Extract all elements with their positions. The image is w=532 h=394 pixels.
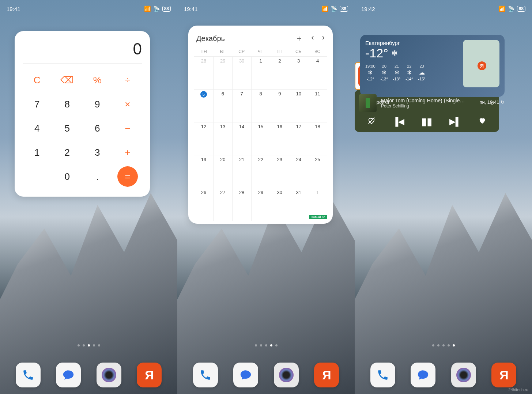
calculator-widget[interactable]: 0 C⌫%÷789×456−123+0.= bbox=[15, 31, 150, 197]
calendar-day-cell[interactable]: 6 bbox=[213, 89, 232, 122]
calc-button-8[interactable]: 8 bbox=[53, 93, 82, 115]
dock-phone-icon[interactable] bbox=[370, 363, 395, 387]
calc-button-.[interactable]: . bbox=[83, 165, 112, 188]
page-indicator[interactable] bbox=[177, 344, 355, 346]
music-previous-button[interactable]: ▐◀ bbox=[393, 117, 405, 126]
calendar-widget[interactable]: Декабрь ＋ ‹ › ПНВТСРЧТПТСБВС 28293012345… bbox=[188, 26, 333, 224]
calendar-day-cell[interactable]: 11 bbox=[308, 89, 327, 122]
page-dot[interactable] bbox=[78, 344, 80, 346]
dock-messages-icon[interactable] bbox=[411, 363, 435, 387]
page-dot[interactable] bbox=[448, 344, 450, 346]
calendar-day-cell[interactable]: 16 bbox=[270, 122, 289, 155]
calc-button-C[interactable]: C bbox=[23, 69, 52, 91]
calendar-day-cell[interactable]: 14 bbox=[232, 122, 251, 155]
calendar-day-cell[interactable]: 1 bbox=[251, 56, 270, 89]
calendar-day-cell[interactable]: 29 bbox=[213, 56, 232, 89]
calendar-day-cell[interactable]: 26 bbox=[194, 188, 213, 221]
weather-refresh-icon[interactable]: ↻ bbox=[501, 99, 505, 105]
dock-camera-icon[interactable] bbox=[451, 363, 476, 387]
calendar-day-cell[interactable]: 21 bbox=[232, 155, 251, 188]
calendar-day-cell[interactable]: 8 bbox=[251, 89, 270, 122]
calc-button-%[interactable]: % bbox=[83, 69, 112, 91]
dock-camera-icon[interactable] bbox=[97, 363, 121, 387]
calendar-next-button[interactable]: › bbox=[322, 33, 325, 44]
calc-button-÷[interactable]: ÷ bbox=[113, 69, 142, 91]
calendar-day-cell[interactable]: 7 bbox=[232, 89, 251, 122]
dock-messages-icon[interactable] bbox=[56, 363, 81, 387]
weather-widget[interactable]: Екатеринбург -12° ❄ 19:00❄-12°20❄-13°21❄… bbox=[360, 35, 505, 97]
dock-phone-icon[interactable] bbox=[16, 363, 41, 387]
calendar-prev-button[interactable]: ‹ bbox=[311, 33, 314, 44]
page-dot[interactable] bbox=[255, 344, 257, 346]
calendar-day-cell[interactable]: 10 bbox=[289, 89, 308, 122]
dock-phone-icon[interactable] bbox=[193, 363, 218, 387]
page-dot[interactable] bbox=[432, 344, 434, 346]
calc-button-4[interactable]: 4 bbox=[23, 117, 52, 140]
page-indicator[interactable] bbox=[0, 344, 177, 346]
calc-button-0[interactable]: 0 bbox=[53, 165, 82, 188]
calendar-day-cell[interactable]: 19 bbox=[194, 155, 213, 188]
calendar-day-cell[interactable]: 1Новый Го bbox=[308, 188, 327, 221]
music-like-button[interactable] bbox=[478, 117, 486, 127]
calendar-day-cell[interactable]: 22 bbox=[251, 155, 270, 188]
calendar-day-cell[interactable]: 12 bbox=[194, 122, 213, 155]
calendar-day-cell[interactable]: 30 bbox=[232, 56, 251, 89]
calendar-day-header: ПТ bbox=[270, 49, 289, 54]
calendar-day-cell[interactable]: 15 bbox=[251, 122, 270, 155]
calendar-day-cell[interactable]: 28 bbox=[194, 56, 213, 89]
page-dot[interactable] bbox=[88, 344, 90, 346]
page-dot[interactable] bbox=[83, 344, 85, 346]
calc-button-⌫[interactable]: ⌫ bbox=[53, 69, 82, 91]
page-dot[interactable] bbox=[270, 344, 272, 346]
calc-button-×[interactable]: × bbox=[113, 93, 142, 115]
music-next-button[interactable]: ▶▌ bbox=[449, 117, 461, 126]
calendar-day-cell[interactable]: 2 bbox=[270, 56, 289, 89]
calc-button-+[interactable]: + bbox=[113, 141, 142, 164]
calendar-day-cell[interactable]: 20 bbox=[213, 155, 232, 188]
page-dot[interactable] bbox=[93, 344, 95, 346]
page-dot[interactable] bbox=[453, 344, 455, 346]
calc-button-5[interactable]: 5 bbox=[53, 117, 82, 140]
dock-yandex-icon[interactable]: Я bbox=[137, 363, 162, 387]
page-dot[interactable] bbox=[437, 344, 439, 346]
calendar-day-cell[interactable]: 3 bbox=[289, 56, 308, 89]
calc-button-6[interactable]: 6 bbox=[83, 117, 112, 140]
page-dot[interactable] bbox=[260, 344, 262, 346]
dock-messages-icon[interactable] bbox=[233, 363, 258, 387]
dock-camera-icon[interactable] bbox=[274, 363, 299, 387]
dock-yandex-icon[interactable]: Я bbox=[314, 363, 339, 387]
calendar-day-cell[interactable]: 30 bbox=[270, 188, 289, 221]
page-dot[interactable] bbox=[275, 344, 278, 346]
music-sync-icon[interactable]: ⟳ bbox=[490, 100, 495, 106]
calc-button-2[interactable]: 2 bbox=[53, 141, 82, 164]
calc-button-9[interactable]: 9 bbox=[83, 93, 112, 115]
calendar-day-cell[interactable]: 17 bbox=[289, 122, 308, 155]
calc-button-=[interactable]: = bbox=[117, 166, 138, 187]
page-dot[interactable] bbox=[442, 344, 445, 346]
calendar-day-cell[interactable]: 9 bbox=[270, 89, 289, 122]
calc-button-3[interactable]: 3 bbox=[83, 141, 112, 164]
page-dot[interactable] bbox=[265, 344, 267, 346]
calc-button-7[interactable]: 7 bbox=[23, 93, 52, 115]
calendar-day-cell[interactable]: 24 bbox=[289, 155, 308, 188]
calendar-add-button[interactable]: ＋ bbox=[295, 33, 303, 44]
calendar-event[interactable]: Новый Го bbox=[309, 215, 327, 219]
dock-yandex-icon[interactable]: Я bbox=[491, 363, 516, 387]
calendar-day-cell[interactable]: 25 bbox=[308, 155, 327, 188]
page-dot[interactable] bbox=[98, 344, 100, 346]
music-pause-button[interactable]: ▮▮ bbox=[421, 115, 432, 128]
calendar-day-cell[interactable]: 27 bbox=[213, 188, 232, 221]
calc-button-1[interactable]: 1 bbox=[23, 141, 52, 164]
page-indicator[interactable] bbox=[355, 344, 532, 346]
calendar-day-cell[interactable]: 13 bbox=[213, 122, 232, 155]
music-dislike-button[interactable] bbox=[367, 117, 376, 127]
calendar-day-cell[interactable]: 29 bbox=[251, 188, 270, 221]
calc-button-−[interactable]: − bbox=[113, 117, 142, 140]
calendar-day-cell[interactable]: 28 bbox=[232, 188, 251, 221]
weather-map[interactable]: Я bbox=[463, 40, 499, 87]
calendar-day-cell[interactable]: 23 bbox=[270, 155, 289, 188]
calendar-day-cell[interactable]: 5 bbox=[194, 89, 213, 122]
calendar-day-cell[interactable]: 31 bbox=[289, 188, 308, 221]
calendar-day-cell[interactable]: 18 bbox=[308, 122, 327, 155]
calendar-day-cell[interactable]: 4 bbox=[308, 56, 327, 89]
